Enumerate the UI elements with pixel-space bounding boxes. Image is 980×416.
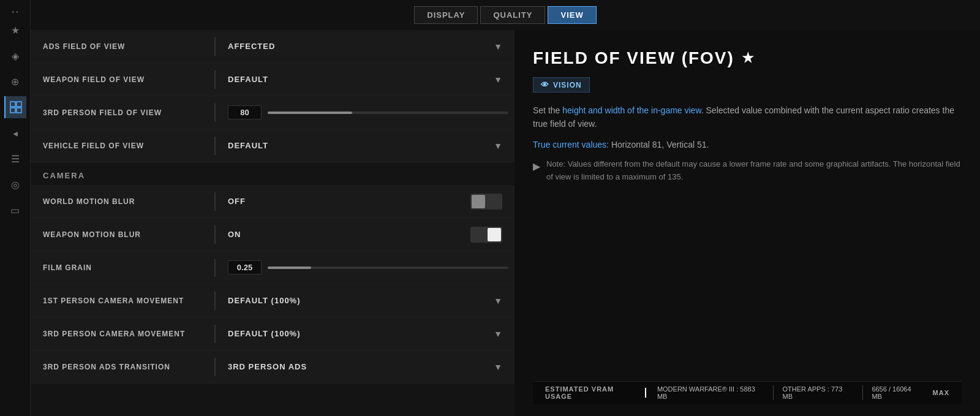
- sidebar-item-audio[interactable]: ◂: [4, 122, 26, 144]
- vram-info: MODERN WARFARE® III : 5883 MB OTHER APPS…: [657, 385, 921, 400]
- settings-panel: ADS FIELD OF VIEW AFFECTED ▼ WEAPON FIEL…: [31, 30, 514, 416]
- info-title-text: FIELD OF VIEW (FOV): [533, 48, 734, 68]
- setting-row-3rd-camera[interactable]: 3RD PERSON CAMERA MOVEMENT DEFAULT (100%…: [31, 317, 514, 350]
- sidebar-item-controller[interactable]: ⊕: [4, 70, 26, 93]
- setting-row-3rd-fov[interactable]: 3RD PERSON FIELD OF VIEW 80: [31, 96, 514, 129]
- setting-row-3rd-ads[interactable]: 3RD PERSON ADS TRANSITION 3RD PERSON ADS…: [31, 350, 514, 384]
- dropdown-3rd-camera[interactable]: DEFAULT (100%) ▼: [228, 329, 508, 339]
- divider: [214, 70, 216, 89]
- info-description: Set the height and width of the in-game …: [533, 104, 962, 131]
- divider: [214, 292, 216, 310]
- slider-fill-film-grain: [268, 267, 311, 269]
- setting-value-3rd-fov: 80: [222, 105, 514, 119]
- dropdown-text-1st-camera: DEFAULT (100%): [228, 296, 494, 305]
- setting-label-weapon-blur: WEAPON MOTION BLUR: [31, 230, 214, 239]
- setting-value-1st-camera: DEFAULT (100%) ▼: [222, 296, 514, 306]
- vram-total-text: 6656 / 16064 MB: [862, 385, 920, 400]
- toggle-weapon-blur[interactable]: [470, 227, 502, 243]
- sidebar-dots: • •: [12, 9, 18, 15]
- dropdown-3rd-ads[interactable]: 3RD PERSON ADS ▼: [228, 362, 508, 372]
- sidebar-item-network[interactable]: ◎: [4, 173, 26, 195]
- toggle-label-world-blur: OFF: [228, 197, 246, 206]
- svg-rect-0: [10, 102, 15, 107]
- tab-view[interactable]: VIEW: [548, 6, 596, 24]
- divider: [214, 137, 216, 155]
- setting-label-3rd-ads: 3RD PERSON ADS TRANSITION: [31, 363, 214, 371]
- slider-value-film-grain: 0.25: [228, 260, 262, 274]
- setting-row-1st-camera[interactable]: 1ST PERSON CAMERA MOVEMENT DEFAULT (100%…: [31, 284, 514, 317]
- dropdown-text-ads-fov: AFFECTED: [228, 42, 494, 51]
- divider: [214, 225, 216, 244]
- sidebar-item-hud[interactable]: ☰: [4, 148, 26, 170]
- setting-row-world-blur[interactable]: WORLD MOTION BLUR OFF: [31, 185, 514, 218]
- dropdown-vehicle-fov[interactable]: DEFAULT ▼: [228, 141, 508, 151]
- dropdown-arrow-ads-fov: ▼: [494, 42, 502, 51]
- divider: [214, 37, 216, 56]
- divider: [214, 259, 216, 277]
- vram-marker: [645, 388, 646, 398]
- dropdown-arrow-1st-camera: ▼: [494, 296, 502, 306]
- sidebar-item-mouse[interactable]: ◈: [4, 45, 26, 67]
- dropdown-arrow-vehicle-fov: ▼: [494, 141, 502, 151]
- setting-label-film-grain: FILM GRAIN: [31, 263, 214, 272]
- setting-row-weapon-fov[interactable]: WEAPON FIELD OF VIEW DEFAULT ▼: [31, 63, 514, 96]
- setting-label-ads-fov: ADS FIELD OF VIEW: [31, 42, 214, 51]
- eye-icon: 👁: [541, 80, 549, 89]
- toggle-world-blur[interactable]: [470, 194, 502, 210]
- toggle-container-world-blur: OFF: [228, 194, 508, 210]
- divider: [214, 192, 216, 211]
- slider-track-film-grain[interactable]: [268, 267, 508, 269]
- slider-fill-3rd-fov: [268, 112, 352, 114]
- vram-other-text: OTHER APPS : 773 MB: [773, 385, 850, 400]
- dropdown-text-3rd-camera: DEFAULT (100%): [228, 329, 494, 338]
- info-panel: FIELD OF VIEW (FOV) ★ 👁 VISION Set the h…: [514, 30, 980, 416]
- setting-label-3rd-camera: 3RD PERSON CAMERA MOVEMENT: [31, 330, 214, 338]
- vram-label: ESTIMATED VRAM USAGE: [545, 385, 639, 400]
- dropdown-arrow-weapon-fov: ▼: [494, 75, 502, 85]
- setting-value-3rd-camera: DEFAULT (100%) ▼: [222, 329, 514, 339]
- info-title-star: ★: [742, 50, 755, 66]
- dropdown-weapon-fov[interactable]: DEFAULT ▼: [228, 75, 508, 85]
- slider-track-3rd-fov[interactable]: [268, 112, 508, 114]
- setting-label-1st-camera: 1ST PERSON CAMERA MOVEMENT: [31, 297, 214, 305]
- dropdown-arrow-3rd-camera: ▼: [494, 329, 502, 339]
- dropdown-ads-fov[interactable]: AFFECTED ▼: [228, 42, 508, 51]
- description-prefix: Set the: [533, 105, 562, 115]
- setting-value-3rd-ads: 3RD PERSON ADS ▼: [222, 362, 514, 372]
- info-content: FIELD OF VIEW (FOV) ★ 👁 VISION Set the h…: [533, 48, 962, 381]
- setting-value-world-blur: OFF: [222, 194, 514, 210]
- setting-value-ads-fov: AFFECTED ▼: [222, 42, 514, 51]
- dropdown-1st-camera[interactable]: DEFAULT (100%) ▼: [228, 296, 508, 306]
- setting-value-weapon-blur: ON: [222, 227, 514, 243]
- current-label: True current values:: [533, 140, 609, 149]
- sidebar-item-star[interactable]: ★: [4, 19, 26, 41]
- setting-row-vehicle-fov[interactable]: VEHICLE FIELD OF VIEW DEFAULT ▼: [31, 129, 514, 162]
- divider: [214, 358, 216, 376]
- tab-quality[interactable]: QUALITY: [480, 6, 545, 24]
- setting-label-world-blur: WORLD MOTION BLUR: [31, 197, 214, 206]
- note-text: Note: Values different from the default …: [546, 158, 962, 184]
- dropdown-text-vehicle-fov: DEFAULT: [228, 141, 494, 150]
- setting-row-film-grain[interactable]: FILM GRAIN 0.25: [31, 251, 514, 284]
- tab-bar: DISPLAY QUALITY VIEW: [31, 0, 980, 30]
- sidebar-item-view[interactable]: [4, 96, 26, 118]
- description-link: height and width of the in-game view: [562, 105, 701, 115]
- info-note: ▶ Note: Values different from the defaul…: [533, 158, 962, 184]
- slider-film-grain[interactable]: 0.25: [228, 260, 508, 274]
- dropdown-text-weapon-fov: DEFAULT: [228, 75, 494, 84]
- divider: [214, 325, 216, 343]
- note-arrow-icon: ▶: [533, 159, 540, 184]
- setting-value-vehicle-fov: DEFAULT ▼: [222, 141, 514, 151]
- tab-display[interactable]: DISPLAY: [414, 6, 478, 24]
- dropdown-text-3rd-ads: 3RD PERSON ADS: [228, 362, 494, 371]
- svg-rect-2: [10, 108, 15, 113]
- setting-row-ads-fov[interactable]: ADS FIELD OF VIEW AFFECTED ▼: [31, 30, 514, 63]
- setting-row-weapon-blur[interactable]: WEAPON MOTION BLUR ON: [31, 218, 514, 251]
- info-current: True current values: Horizontal 81, Vert…: [533, 140, 962, 149]
- dropdown-arrow-3rd-ads: ▼: [494, 362, 502, 372]
- info-title: FIELD OF VIEW (FOV) ★: [533, 48, 962, 68]
- slider-3rd-fov[interactable]: 80: [228, 105, 508, 119]
- toggle-container-weapon-blur: ON: [228, 227, 508, 243]
- badge-label: VISION: [553, 81, 582, 89]
- sidebar-item-misc[interactable]: ▭: [4, 199, 26, 221]
